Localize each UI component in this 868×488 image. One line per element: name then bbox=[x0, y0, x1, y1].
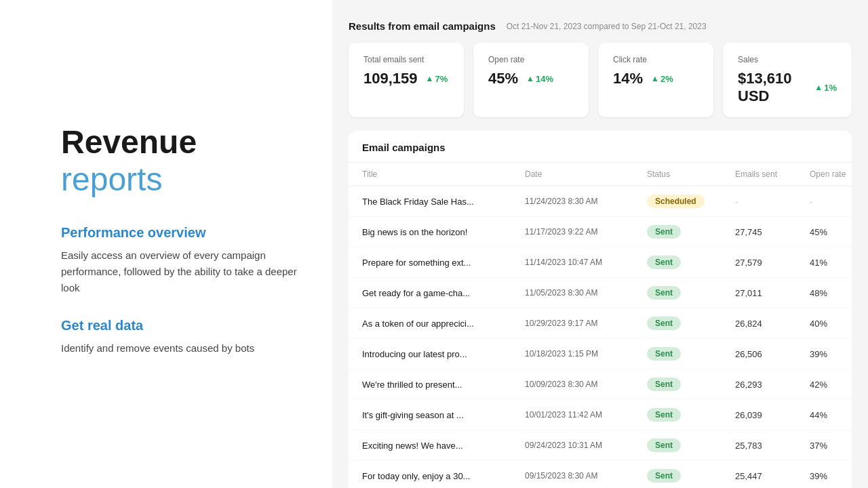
cell-emails-9: 25,447 bbox=[735, 471, 810, 481]
cell-title-3: Get ready for a game-cha... bbox=[362, 288, 525, 298]
status-badge-7: Sent bbox=[647, 408, 681, 422]
cell-title-1: Big news is on the horizon! bbox=[362, 227, 525, 237]
hero-word1: Revenue bbox=[61, 124, 197, 160]
table-row[interactable]: Get ready for a game-cha... 11/05/2023 8… bbox=[349, 278, 852, 308]
table-row[interactable]: It's gift-giving season at ... 10/01/202… bbox=[349, 400, 852, 430]
cell-open-rate-8: 37% bbox=[810, 441, 852, 451]
table-row[interactable]: As a token of our apprecici... 10/29/202… bbox=[349, 308, 852, 339]
arrow-icon-3: ▲ bbox=[814, 83, 823, 92]
table-header-row: Email campaigns bbox=[349, 131, 852, 163]
cell-status-3: Sent bbox=[647, 286, 735, 300]
stat-label-1: Open rate bbox=[488, 55, 574, 64]
table-row[interactable]: Introducing our latest pro... 10/18/2023… bbox=[349, 339, 852, 369]
cell-date-4: 10/29/2023 9:17 AM bbox=[525, 319, 647, 328]
cell-emails-1: 27,745 bbox=[735, 227, 810, 237]
cell-open-rate-3: 48% bbox=[810, 288, 852, 298]
cell-title-6: We're thrilled to present... bbox=[362, 380, 525, 390]
arrow-icon-2: ▲ bbox=[651, 74, 659, 83]
cell-emails-3: 27,011 bbox=[735, 288, 810, 298]
cell-title-4: As a token of our apprecici... bbox=[362, 319, 525, 329]
col-header-3: Emails sent bbox=[735, 169, 810, 179]
cell-title-5: Introducing our latest pro... bbox=[362, 349, 525, 359]
cell-emails-5: 26,506 bbox=[735, 349, 810, 359]
stat-value-1: 45% bbox=[488, 70, 518, 87]
arrow-icon-0: ▲ bbox=[426, 74, 434, 83]
results-title: Results from email campaigns bbox=[349, 20, 496, 32]
status-badge-0: Scheduled bbox=[647, 195, 705, 208]
results-date: Oct 21-Nov 21, 2023 compared to Sep 21-O… bbox=[507, 22, 707, 31]
stat-label-3: Sales bbox=[738, 55, 837, 64]
section-real-data-heading: Get real data bbox=[61, 318, 305, 333]
stat-card-3: Sales $13,610 USD ▲ 1% bbox=[723, 43, 852, 117]
table-section-title: Email campaigns bbox=[362, 142, 446, 153]
right-panel: Results from email campaigns Oct 21-Nov … bbox=[332, 0, 868, 488]
cell-status-6: Sent bbox=[647, 378, 735, 391]
hero-word2: reports bbox=[61, 161, 162, 197]
cell-open-rate-0: - bbox=[810, 197, 852, 207]
stat-label-2: Click rate bbox=[613, 55, 698, 64]
cell-date-1: 11/17/2023 9:22 AM bbox=[525, 227, 647, 237]
cell-date-0: 11/24/2023 8:30 AM bbox=[525, 197, 647, 206]
section-real-data-body: Identify and remove events caused by bot… bbox=[61, 340, 305, 357]
stat-change-3: ▲ 1% bbox=[814, 83, 837, 93]
table-row[interactable]: For today only, enjoy a 30... 09/15/2023… bbox=[349, 461, 852, 488]
cell-status-1: Sent bbox=[647, 225, 735, 239]
status-badge-8: Sent bbox=[647, 439, 681, 452]
stat-change-2: ▲ 2% bbox=[651, 74, 673, 84]
cell-emails-6: 26,293 bbox=[735, 380, 810, 390]
cell-date-3: 11/05/2023 8:30 AM bbox=[525, 288, 647, 298]
cell-date-7: 10/01/2023 11:42 AM bbox=[525, 410, 647, 420]
cell-open-rate-5: 39% bbox=[810, 349, 852, 359]
status-badge-1: Sent bbox=[647, 225, 681, 239]
left-panel: Revenue reports Performance overview Eas… bbox=[0, 0, 332, 488]
cell-date-9: 09/15/2023 8:30 AM bbox=[525, 471, 647, 481]
stat-change-1: ▲ 14% bbox=[526, 74, 553, 84]
cell-status-0: Scheduled bbox=[647, 195, 735, 208]
section-real-data: Get real data Identify and remove events… bbox=[61, 318, 305, 357]
section-performance: Performance overview Easily access an ov… bbox=[61, 225, 305, 296]
stat-change-0: ▲ 7% bbox=[426, 74, 448, 84]
table-row[interactable]: Big news is on the horizon! 11/17/2023 9… bbox=[349, 217, 852, 247]
cell-emails-8: 25,783 bbox=[735, 441, 810, 451]
cell-emails-7: 26,039 bbox=[735, 410, 810, 420]
section-performance-body: Easily access an overview of every campa… bbox=[61, 247, 305, 296]
cell-open-rate-6: 42% bbox=[810, 380, 852, 390]
status-badge-2: Sent bbox=[647, 256, 681, 269]
cell-open-rate-7: 44% bbox=[810, 410, 852, 420]
status-badge-5: Sent bbox=[647, 347, 681, 361]
cell-title-8: Exciting news! We have... bbox=[362, 441, 525, 451]
cell-date-2: 11/14/2023 10:47 AM bbox=[525, 258, 647, 267]
cell-status-4: Sent bbox=[647, 317, 735, 330]
table-row[interactable]: The Black Friday Sale Has... 11/24/2023 … bbox=[349, 186, 852, 217]
cell-title-0: The Black Friday Sale Has... bbox=[362, 197, 525, 207]
col-headers: TitleDateStatusEmails sentOpen rateClick… bbox=[349, 163, 852, 186]
cell-date-5: 10/18/2023 1:15 PM bbox=[525, 349, 647, 359]
cell-date-6: 10/09/2023 8:30 AM bbox=[525, 380, 647, 389]
cell-open-rate-9: 39% bbox=[810, 471, 852, 481]
cell-title-2: Prepare for something ext... bbox=[362, 258, 525, 268]
table-row[interactable]: Exciting news! We have... 09/24/2023 10:… bbox=[349, 430, 852, 461]
cell-date-8: 09/24/2023 10:31 AM bbox=[525, 441, 647, 450]
stat-value-2: 14% bbox=[613, 70, 643, 87]
hero-title: Revenue reports bbox=[61, 123, 305, 198]
stat-card-0: Total emails sent 109,159 ▲ 7% bbox=[349, 43, 464, 117]
cell-emails-2: 27,579 bbox=[735, 258, 810, 268]
cell-open-rate-4: 40% bbox=[810, 319, 852, 329]
col-header-0: Title bbox=[362, 169, 525, 179]
status-badge-9: Sent bbox=[647, 469, 681, 483]
cell-title-7: It's gift-giving season at ... bbox=[362, 410, 525, 420]
arrow-icon-1: ▲ bbox=[526, 74, 534, 83]
email-campaigns-table: Email campaigns TitleDateStatusEmails se… bbox=[349, 131, 852, 488]
cell-emails-4: 26,824 bbox=[735, 319, 810, 329]
status-badge-4: Sent bbox=[647, 317, 681, 330]
cell-status-8: Sent bbox=[647, 439, 735, 452]
table-row[interactable]: Prepare for something ext... 11/14/2023 … bbox=[349, 247, 852, 278]
stat-value-0: 109,159 bbox=[363, 70, 418, 87]
table-row[interactable]: We're thrilled to present... 10/09/2023 … bbox=[349, 369, 852, 400]
stat-label-0: Total emails sent bbox=[363, 55, 449, 64]
status-badge-6: Sent bbox=[647, 378, 681, 391]
table-body: The Black Friday Sale Has... 11/24/2023 … bbox=[349, 186, 852, 488]
col-header-2: Status bbox=[647, 169, 735, 179]
col-header-1: Date bbox=[525, 169, 647, 179]
cell-status-2: Sent bbox=[647, 256, 735, 269]
